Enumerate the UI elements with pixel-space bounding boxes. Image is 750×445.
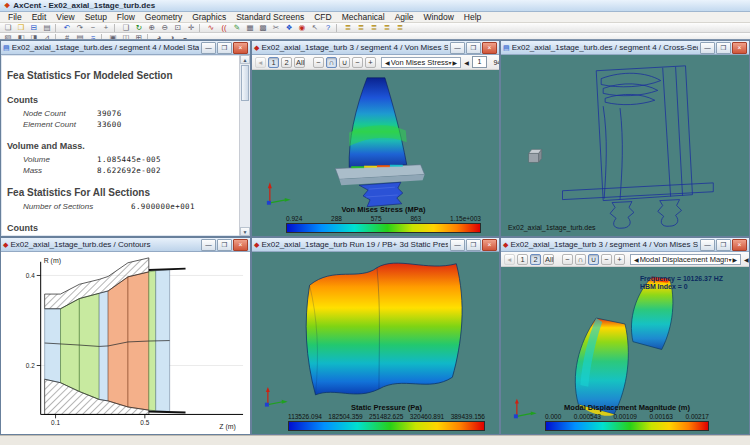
- panel-restore-button[interactable]: ❐: [466, 42, 481, 54]
- blade-row-4-icon[interactable]: ≣: [381, 23, 393, 32]
- panel-titlebar[interactable]: ▤ Ex02_axial_1stage_turb.des / segment 4…: [1, 41, 250, 55]
- shape-minus-icon[interactable]: −: [562, 254, 573, 265]
- menu-item[interactable]: Window: [419, 12, 459, 22]
- menu-item[interactable]: File: [3, 12, 27, 22]
- von-mises-3d-view[interactable]: Von Mises Stress (MPa) 0.9242885758631.1…: [252, 70, 499, 236]
- field-selector[interactable]: ◀ Von Mises Stress ▾ ▶: [381, 57, 461, 68]
- frame-number[interactable]: 1: [472, 56, 487, 68]
- shape-arc-icon[interactable]: ∩: [326, 57, 337, 68]
- menu-item[interactable]: Agile: [390, 12, 419, 22]
- panel-titlebar[interactable]: ◆ Ex02_axial_1stage_turb 3 / segment 4 /…: [252, 41, 499, 55]
- page-prev-button[interactable]: ◂: [504, 254, 515, 265]
- scroll-down-button[interactable]: ▼: [240, 227, 250, 236]
- add-point-icon[interactable]: +: [100, 23, 112, 32]
- frame-prev-button[interactable]: ◀: [743, 256, 749, 263]
- open-folder-icon[interactable]: ❒: [15, 23, 27, 32]
- panel-restore-button[interactable]: ❐: [716, 42, 731, 54]
- panel-restore-button[interactable]: ❐: [217, 239, 232, 251]
- panel-minimize-button[interactable]: —: [700, 42, 715, 54]
- modal-displacement-3d-view[interactable]: Frequency = 10126.37 HZ HBM Index = 0 Mo…: [501, 267, 749, 434]
- panel-close-button[interactable]: ×: [233, 42, 248, 54]
- panel-titlebar[interactable]: ▤ Ex02_axial_1stage_turb.des / segment 4…: [501, 41, 749, 55]
- page-1-button[interactable]: 1: [517, 254, 528, 265]
- panel-close-button[interactable]: ×: [732, 42, 747, 54]
- field-prev-icon[interactable]: ◀: [384, 59, 391, 66]
- panel-minimize-button[interactable]: —: [201, 42, 216, 54]
- menu-item[interactable]: Graphics: [187, 12, 231, 22]
- panel-restore-button[interactable]: ❐: [716, 239, 731, 251]
- static-pressure-3d-view[interactable]: Static Pressure (Pa) 113526.094182504.35…: [252, 252, 499, 434]
- scale-plus-button[interactable]: +: [614, 254, 625, 265]
- shape-flat-icon[interactable]: ∪: [339, 57, 350, 68]
- select-icon[interactable]: ❑: [120, 23, 132, 32]
- panel-minimize-button[interactable]: —: [700, 239, 715, 251]
- menu-item[interactable]: Geometry: [140, 12, 187, 22]
- shape-minus-icon[interactable]: −: [313, 57, 324, 68]
- print-icon[interactable]: ▤: [41, 23, 53, 32]
- panel-restore-button[interactable]: ❐: [217, 42, 232, 54]
- blade-row-3-icon[interactable]: ≣: [368, 23, 380, 32]
- blade-edit-icon[interactable]: ✎: [231, 23, 243, 32]
- scroll-thumb[interactable]: [241, 65, 249, 101]
- panel-minimize-button[interactable]: —: [450, 239, 465, 251]
- scroll-up-button[interactable]: ▲: [240, 55, 250, 64]
- zoom-in-icon[interactable]: ⊕: [146, 23, 158, 32]
- panel-titlebar[interactable]: ◆ Ex02_axial_1stage_turb.des / Contours …: [1, 238, 250, 252]
- panel-minimize-button[interactable]: —: [450, 42, 465, 54]
- blade-row-5-icon[interactable]: ≣: [394, 23, 406, 32]
- undo-icon[interactable]: ↶: [61, 23, 73, 32]
- stats-scrollbar[interactable]: ▲ ▼: [239, 55, 250, 236]
- remove-point-icon[interactable]: −: [87, 23, 99, 32]
- shape-arc-icon[interactable]: ∩: [575, 254, 586, 265]
- page-2-button[interactable]: 2: [281, 57, 292, 68]
- field-selector[interactable]: ◀ Modal Displacement Magn ▾ ▶: [630, 254, 741, 265]
- menu-item[interactable]: Flow: [112, 12, 140, 22]
- blade-angles-icon[interactable]: ((: [218, 23, 230, 32]
- frame-prev-button[interactable]: ◀: [463, 59, 470, 66]
- scale-plus-button[interactable]: +: [365, 57, 376, 68]
- panel-titlebar[interactable]: ◆ Ex02_axial_1stage_turb 3 / segment 4 /…: [501, 238, 749, 252]
- help-icon[interactable]: ?: [322, 23, 334, 32]
- save-icon[interactable]: ⊟: [28, 23, 40, 32]
- page-all-button[interactable]: All: [294, 57, 305, 68]
- shape-flat-icon[interactable]: ∪: [588, 254, 599, 265]
- menu-item[interactable]: Standard Screens: [231, 12, 309, 22]
- field-next-icon[interactable]: ▶: [731, 256, 738, 263]
- page-1-button[interactable]: 1: [268, 57, 279, 68]
- scale-minus-button[interactable]: −: [352, 57, 363, 68]
- menu-item[interactable]: View: [51, 12, 79, 22]
- panel-restore-button[interactable]: ❐: [466, 239, 481, 251]
- grid-icon[interactable]: ▩: [257, 23, 269, 32]
- menu-item[interactable]: Help: [459, 12, 486, 22]
- blade-row-2-icon[interactable]: ≣: [355, 23, 367, 32]
- panel-close-button[interactable]: ×: [233, 239, 248, 251]
- zoom-window-icon[interactable]: ⊡: [172, 23, 184, 32]
- cross-section-view[interactable]: Ex02_axial_1stage_turb.des: [501, 55, 749, 236]
- page-prev-button[interactable]: ◂: [255, 57, 266, 68]
- field-next-icon[interactable]: ▶: [452, 59, 459, 66]
- windows-layout-icon[interactable]: ❖: [283, 23, 295, 32]
- panel-close-button[interactable]: ×: [482, 239, 497, 251]
- menu-item[interactable]: CFD: [309, 12, 336, 22]
- mesh-icon[interactable]: ▦: [244, 23, 256, 32]
- panel-minimize-button[interactable]: —: [201, 239, 216, 251]
- cut-plane-icon[interactable]: ✂: [270, 23, 282, 32]
- run-analysis-icon[interactable]: ◉: [296, 23, 308, 32]
- contours-plot-view[interactable]: R (m) 0.4 0.2 0.1 0.5 Z (m): [1, 252, 250, 434]
- pan-icon[interactable]: ✛: [185, 23, 197, 32]
- panel-titlebar[interactable]: ◆ Ex02_axial_1stage_turb Run 19 / PB+ 3d…: [252, 238, 499, 252]
- pointer-help-icon[interactable]: ↖: [309, 23, 321, 32]
- flowpath-icon[interactable]: ∿: [205, 23, 217, 32]
- zoom-out-icon[interactable]: ⊖: [159, 23, 171, 32]
- blade-row-1-icon[interactable]: ≣: [342, 23, 354, 32]
- panel-close-button[interactable]: ×: [482, 42, 497, 54]
- window-titlebar[interactable]: ❖ AxCent - Ex02_axial_1stage_turb.des: [0, 0, 750, 12]
- menu-item[interactable]: Mechanical: [337, 12, 390, 22]
- page-2-button[interactable]: 2: [530, 254, 541, 265]
- menu-item[interactable]: Setup: [80, 12, 112, 22]
- refresh-icon[interactable]: ↻: [133, 23, 145, 32]
- new-file-icon[interactable]: ❏: [2, 23, 14, 32]
- menu-item[interactable]: Edit: [27, 12, 52, 22]
- page-all-button[interactable]: All: [543, 254, 554, 265]
- redo-icon[interactable]: ↷: [74, 23, 86, 32]
